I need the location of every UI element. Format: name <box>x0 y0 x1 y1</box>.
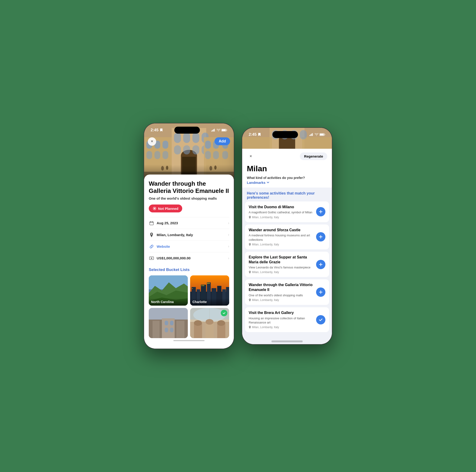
website-text[interactable]: Website <box>157 244 170 248</box>
bucket-grid: North Carolina <box>149 275 229 338</box>
svg-rect-104 <box>325 134 325 135</box>
svg-rect-75 <box>176 321 185 338</box>
svg-rect-45 <box>151 258 152 259</box>
svg-rect-69 <box>153 321 160 338</box>
svg-point-106 <box>250 216 250 217</box>
pref-label: What kind of activities do you prefer? <box>247 176 327 180</box>
location-pin-icon <box>249 243 251 246</box>
activity-name-0: Visit the Duomo di Milano <box>249 205 313 210</box>
date-row[interactable]: Aug 25, 2023 › <box>149 217 229 229</box>
svg-rect-34 <box>211 131 212 132</box>
activity-name-4: Visit the Brera Art Gallery <box>249 310 313 315</box>
svg-point-109 <box>250 299 250 300</box>
activity-location-0: Milan, Lombardy, Italy <box>249 216 313 219</box>
bucket-lists-title: Selected Bucket Lists <box>149 268 229 272</box>
svg-rect-74 <box>170 328 174 332</box>
svg-point-110 <box>250 326 250 327</box>
svg-rect-72 <box>170 321 174 325</box>
bucket-label-north-carolina: North Carolina <box>149 298 188 306</box>
add-button[interactable]: Add <box>215 137 230 145</box>
svg-rect-8 <box>154 151 160 159</box>
svg-rect-64 <box>209 283 210 284</box>
price-row[interactable]: US$1,000,000,000.00 › <box>149 252 229 264</box>
activity-location-4: Milan, Lombardy, Italy <box>249 326 313 329</box>
location-row[interactable]: Milan, Lombardy, Italy › <box>149 229 229 240</box>
svg-rect-62 <box>203 285 204 286</box>
location-pin-icon <box>249 271 251 273</box>
activity-location-3: Milan, Lombardy, Italy <box>249 298 313 302</box>
add-activity-button-2[interactable] <box>316 260 325 269</box>
svg-rect-102 <box>312 133 313 136</box>
svg-rect-35 <box>212 130 213 132</box>
right-home-indicator <box>272 340 303 342</box>
svg-rect-19 <box>183 145 190 154</box>
activity-name-3: Wander through the Galleria Vittorio Ema… <box>249 283 313 292</box>
svg-rect-40 <box>222 129 226 131</box>
location-pin-icon <box>249 299 251 302</box>
price-chevron: › <box>228 256 229 260</box>
left-phone: 2:45 <box>144 123 234 349</box>
svg-rect-37 <box>214 129 215 132</box>
bucket-label-charlotte: Charlotte <box>190 298 229 306</box>
not-planned-icon <box>153 206 157 211</box>
pin-icon <box>149 232 154 237</box>
activity-info-0: Visit the Duomo di Milano A magnificent … <box>249 205 313 219</box>
status-badge[interactable]: Not Planned <box>149 204 182 212</box>
dynamic-island <box>174 127 200 134</box>
price-text: US$1,000,000,000.00 <box>157 256 191 260</box>
right-signal-icon <box>309 133 314 136</box>
pref-value: Landmarks <box>247 181 265 185</box>
add-activity-button-1[interactable] <box>316 232 325 241</box>
right-status-time: 2:45 <box>249 132 256 137</box>
right-phone: 2:45 <box>242 127 332 345</box>
right-close-button[interactable]: × <box>247 152 255 160</box>
svg-rect-28 <box>222 151 228 159</box>
city-title: Milan <box>247 164 327 173</box>
date-chevron: › <box>228 221 229 225</box>
pref-dropdown[interactable]: Landmarks <box>247 181 270 185</box>
svg-point-86 <box>206 319 214 325</box>
location-text: Milan, Lombardy, Italy <box>157 233 193 237</box>
location-pin-icon <box>249 326 251 329</box>
activity-info-3: Wander through the Galleria Vittorio Ema… <box>249 283 313 302</box>
svg-rect-71 <box>165 321 168 325</box>
svg-point-87 <box>217 320 225 326</box>
content-card: Wander through the Galleria Vittorio Ema… <box>144 174 234 349</box>
right-bookmark-icon <box>258 133 261 136</box>
bucket-item-galleria[interactable] <box>190 308 229 338</box>
add-activity-button-4[interactable] <box>316 315 325 324</box>
status-bar: 2:45 <box>144 123 234 135</box>
home-indicator <box>173 340 204 341</box>
match-header: Here's some activities that match your p… <box>242 187 332 202</box>
activity-item: Wander through the Galleria Vittorio Ema… <box>245 279 329 305</box>
location-pin-icon <box>249 216 251 219</box>
activity-item: Visit the Brera Art Gallery Housing an i… <box>245 307 329 332</box>
bucket-item-charlotte[interactable]: Charlotte <box>190 275 229 306</box>
svg-rect-36 <box>213 129 214 132</box>
svg-rect-61 <box>202 285 203 286</box>
activity-info-2: Explore the Last Supper at Santa Maria d… <box>249 255 313 274</box>
bucket-item-north-carolina[interactable]: North Carolina <box>149 275 188 306</box>
svg-rect-105 <box>320 134 324 135</box>
bucket-item-building[interactable] <box>149 308 188 338</box>
wifi-icon <box>217 129 220 132</box>
calendar-icon <box>149 220 154 225</box>
svg-rect-42 <box>150 222 153 225</box>
activity-location-1: Milan, Lombardy, Italy <box>249 243 313 246</box>
status-time: 2:45 <box>151 128 158 133</box>
svg-rect-39 <box>227 129 227 131</box>
add-activity-button-0[interactable] <box>316 207 325 216</box>
svg-rect-67 <box>149 308 188 320</box>
right-battery-icon <box>320 133 325 136</box>
close-button[interactable]: × <box>148 137 156 146</box>
regenerate-button[interactable]: Regenerate <box>300 152 327 160</box>
website-row[interactable]: Website › <box>149 240 229 252</box>
attraction-title: Wander through the Galleria Vittorio Ema… <box>149 180 229 195</box>
activity-item: Visit the Duomo di Milano A magnificent … <box>245 202 329 222</box>
add-activity-button-3[interactable] <box>316 287 325 297</box>
activity-desc-0: A magnificent Gothic cathedral, symbol o… <box>249 210 313 215</box>
date-text: Aug 25, 2023 <box>157 221 178 225</box>
svg-point-108 <box>250 271 250 272</box>
activity-desc-3: One of the world's oldest shopping malls <box>249 293 313 298</box>
svg-point-43 <box>151 233 152 235</box>
